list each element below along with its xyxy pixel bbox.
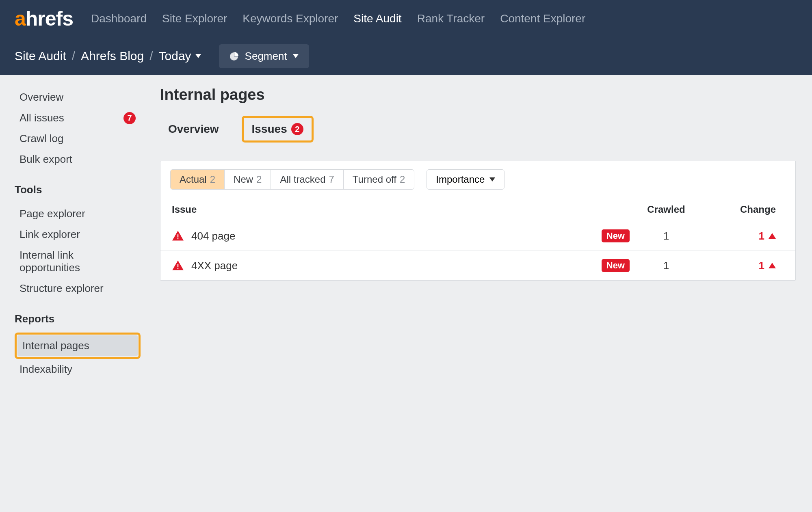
sidebar-item-page-explorer[interactable]: Page explorer <box>15 203 141 224</box>
caret-down-icon <box>195 54 201 58</box>
tab-issues-label: Issues <box>252 123 287 136</box>
table-header: Issue Crawled Change <box>160 198 795 221</box>
caret-down-icon <box>489 177 495 181</box>
issue-name-cell: 404 page New <box>191 229 630 242</box>
sidebar-item-label: Crawl log <box>19 132 63 145</box>
crawled-cell: 1 <box>630 230 703 242</box>
warning-icon <box>172 230 184 242</box>
pie-chart-icon <box>230 51 239 61</box>
issue-name: 4XX page <box>191 259 238 272</box>
page-body: Overview All issues 7 Crawl log Bulk exp… <box>0 75 812 380</box>
col-issue[interactable]: Issue <box>172 204 630 215</box>
page-title: Internal pages <box>160 86 796 104</box>
segment-button[interactable]: Segment <box>219 44 309 68</box>
filter-count: 7 <box>329 174 334 185</box>
filter-bar: Actual 2 New 2 All tracked 7 Turned off … <box>160 161 795 198</box>
col-change[interactable]: Change <box>703 204 784 215</box>
sidebar-item-internal-pages[interactable]: Internal pages <box>17 335 138 356</box>
filter-actual[interactable]: Actual 2 <box>171 170 225 189</box>
caret-down-icon <box>293 54 299 58</box>
sidebar-item-internal-link-opportunities[interactable]: Internal link opportunities <box>15 245 141 278</box>
change-cell: 1 <box>703 230 784 242</box>
crawled-cell: 1 <box>630 259 703 272</box>
new-tag: New <box>602 259 630 272</box>
svg-rect-2 <box>178 264 179 267</box>
nav-content-explorer[interactable]: Content Explorer <box>500 12 585 25</box>
nav-rank-tracker[interactable]: Rank Tracker <box>417 12 485 25</box>
sidebar-item-label: Page explorer <box>19 207 85 220</box>
sidebar-highlight: Internal pages <box>15 333 141 359</box>
sidebar-item-label: Link explorer <box>19 228 80 241</box>
sidebar-item-bulk-export[interactable]: Bulk export <box>15 149 141 170</box>
filter-label: Turned off <box>353 174 396 185</box>
filter-label: Actual <box>180 174 207 185</box>
breadcrumb-sep: / <box>149 49 153 63</box>
tab-issues[interactable]: Issues 2 <box>242 116 314 143</box>
change-value: 1 <box>759 259 764 272</box>
filter-label: New <box>234 174 253 185</box>
filter-label: All tracked <box>280 174 325 185</box>
sidebar: Overview All issues 7 Crawl log Bulk exp… <box>0 75 150 380</box>
breadcrumb-bar: Site Audit / Ahrefs Blog / Today Segment <box>0 37 812 75</box>
logo[interactable]: ahrefs <box>15 7 73 30</box>
main-content: Internal pages Overview Issues 2 Actual … <box>150 75 812 380</box>
filter-count: 2 <box>256 174 262 185</box>
warning-icon <box>172 259 184 272</box>
sidebar-item-label: Bulk export <box>19 153 72 166</box>
breadcrumb-sep: / <box>72 49 75 63</box>
svg-rect-1 <box>178 238 179 240</box>
nav-dashboard[interactable]: Dashboard <box>91 12 147 25</box>
issue-name: 404 page <box>191 230 235 242</box>
table-row[interactable]: 404 page New 1 1 <box>160 221 795 251</box>
change-cell: 1 <box>703 259 784 272</box>
issue-name-cell: 4XX page New <box>191 259 630 272</box>
sidebar-group-tools: Tools <box>15 184 141 196</box>
sidebar-item-label: Overview <box>19 91 63 104</box>
logo-rest: hrefs <box>26 7 73 30</box>
issues-panel: Actual 2 New 2 All tracked 7 Turned off … <box>160 161 796 281</box>
new-tag: New <box>602 229 630 242</box>
svg-rect-0 <box>178 234 179 238</box>
sidebar-item-indexability[interactable]: Indexability <box>15 359 141 380</box>
arrow-up-icon <box>769 233 776 239</box>
nav-links: Dashboard Site Explorer Keywords Explore… <box>91 12 585 25</box>
sidebar-item-crawl-log[interactable]: Crawl log <box>15 128 141 149</box>
filter-all-tracked[interactable]: All tracked 7 <box>271 170 343 189</box>
nav-site-audit[interactable]: Site Audit <box>353 12 401 25</box>
breadcrumb-date-label: Today <box>159 49 191 63</box>
top-nav: ahrefs Dashboard Site Explorer Keywords … <box>0 0 812 37</box>
breadcrumb-site-audit[interactable]: Site Audit <box>15 49 66 63</box>
sidebar-item-link-explorer[interactable]: Link explorer <box>15 224 141 245</box>
tab-overview[interactable]: Overview <box>160 118 227 140</box>
breadcrumb-project[interactable]: Ahrefs Blog <box>81 49 144 63</box>
sidebar-item-label: Structure explorer <box>19 282 104 295</box>
tabs-row: Overview Issues 2 <box>160 116 796 150</box>
sidebar-item-label: Internal pages <box>22 339 89 352</box>
sidebar-group-reports: Reports <box>15 313 141 325</box>
table-row[interactable]: 4XX page New 1 1 <box>160 251 795 280</box>
segment-label: Segment <box>245 50 287 63</box>
tab-issues-badge: 2 <box>291 123 303 135</box>
importance-dropdown[interactable]: Importance <box>427 169 505 190</box>
nav-site-explorer[interactable]: Site Explorer <box>162 12 227 25</box>
sidebar-item-label: Indexability <box>19 363 72 376</box>
issues-count-badge: 7 <box>123 112 136 124</box>
sidebar-item-structure-explorer[interactable]: Structure explorer <box>15 278 141 299</box>
filter-turned-off[interactable]: Turned off 2 <box>344 170 414 189</box>
logo-a: a <box>15 7 26 30</box>
col-crawled[interactable]: Crawled <box>630 204 703 215</box>
filter-group: Actual 2 New 2 All tracked 7 Turned off … <box>170 169 414 190</box>
filter-count: 2 <box>400 174 405 185</box>
importance-label: Importance <box>436 174 485 185</box>
svg-rect-3 <box>178 268 179 269</box>
filter-new[interactable]: New 2 <box>225 170 271 189</box>
sidebar-item-label: All issues <box>19 112 64 124</box>
arrow-up-icon <box>769 263 776 268</box>
sidebar-item-all-issues[interactable]: All issues 7 <box>15 108 141 128</box>
breadcrumb-date-picker[interactable]: Today <box>159 49 201 63</box>
nav-keywords-explorer[interactable]: Keywords Explorer <box>243 12 338 25</box>
sidebar-item-label: Internal link opportunities <box>19 249 136 274</box>
change-value: 1 <box>759 230 764 242</box>
sidebar-item-overview[interactable]: Overview <box>15 87 141 108</box>
filter-count: 2 <box>210 174 215 185</box>
